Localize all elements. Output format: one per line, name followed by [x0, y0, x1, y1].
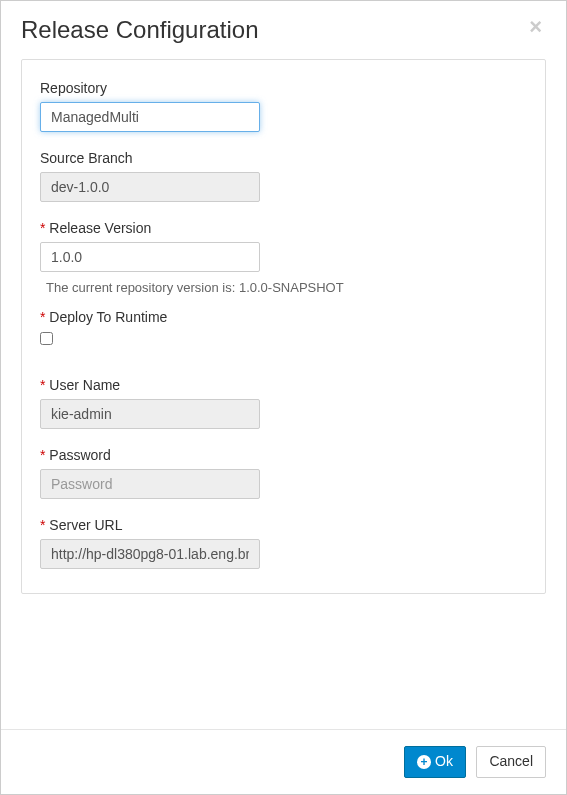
release-version-label-text: Release Version — [49, 220, 151, 236]
password-label: * Password — [40, 447, 527, 463]
required-star-icon: * — [40, 220, 45, 236]
server-url-input — [40, 539, 260, 569]
release-version-label: * Release Version — [40, 220, 527, 236]
password-label-text: Password — [49, 447, 110, 463]
plus-circle-icon: + — [417, 755, 431, 769]
deploy-to-runtime-group: * Deploy To Runtime — [40, 309, 527, 349]
close-icon[interactable]: × — [525, 16, 546, 38]
server-url-group: * Server URL — [40, 517, 527, 569]
source-branch-input — [40, 172, 260, 202]
source-branch-group: Source Branch — [40, 150, 527, 202]
deploy-to-runtime-label: * Deploy To Runtime — [40, 309, 527, 325]
source-branch-label: Source Branch — [40, 150, 527, 166]
deploy-checkbox-wrap — [40, 331, 527, 349]
ok-button[interactable]: + Ok — [404, 746, 466, 778]
cancel-button[interactable]: Cancel — [476, 746, 546, 778]
release-version-group: * Release Version — [40, 220, 527, 272]
password-group: * Password — [40, 447, 527, 499]
modal-body: Repository Source Branch * Release Versi… — [1, 59, 566, 729]
deploy-to-runtime-checkbox[interactable] — [40, 332, 53, 345]
release-version-input[interactable] — [40, 242, 260, 272]
cancel-button-label: Cancel — [489, 752, 533, 772]
repository-group: Repository — [40, 80, 527, 132]
repository-input[interactable] — [40, 102, 260, 132]
required-star-icon: * — [40, 447, 45, 463]
user-name-label: * User Name — [40, 377, 527, 393]
user-name-input — [40, 399, 260, 429]
user-name-group: * User Name — [40, 377, 527, 429]
form-panel: Repository Source Branch * Release Versi… — [21, 59, 546, 594]
release-configuration-modal: Release Configuration × Repository Sourc… — [0, 0, 567, 795]
modal-footer: + Ok Cancel — [1, 729, 566, 794]
required-star-icon: * — [40, 309, 45, 325]
ok-button-label: Ok — [435, 752, 453, 772]
deploy-to-runtime-label-text: Deploy To Runtime — [49, 309, 167, 325]
server-url-label-text: Server URL — [49, 517, 122, 533]
repository-label: Repository — [40, 80, 527, 96]
required-star-icon: * — [40, 377, 45, 393]
password-input — [40, 469, 260, 499]
modal-title: Release Configuration — [21, 16, 258, 44]
user-name-label-text: User Name — [49, 377, 120, 393]
required-star-icon: * — [40, 517, 45, 533]
modal-header: Release Configuration × — [1, 1, 566, 59]
server-url-label: * Server URL — [40, 517, 527, 533]
version-help-text: The current repository version is: 1.0.0… — [46, 280, 527, 295]
